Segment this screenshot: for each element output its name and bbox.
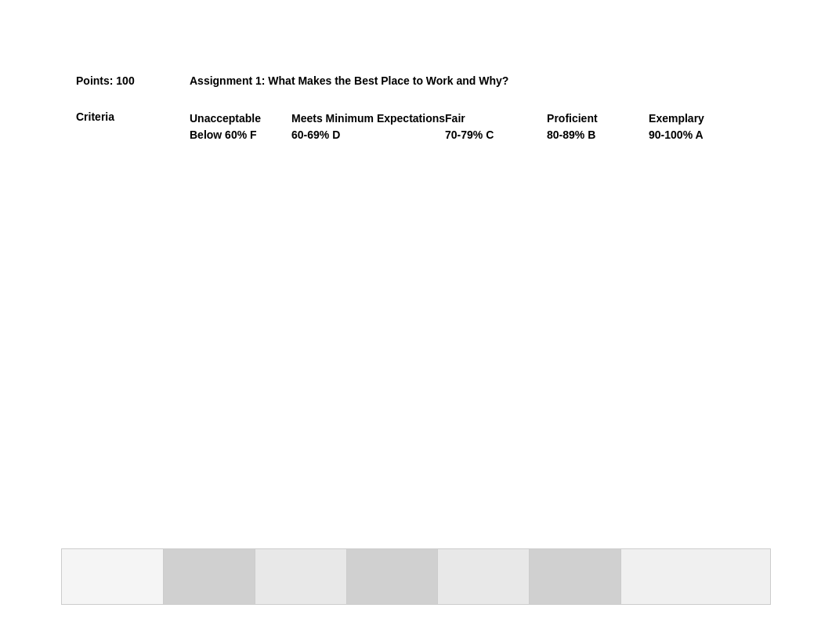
grade-subtitle-1: 60-69% D (291, 127, 445, 143)
grade-col-3: Proficient 80-89% B (547, 110, 649, 143)
points-label: Points: 100 (76, 74, 190, 87)
assignment-title: Assignment 1: What Makes the Best Place … (190, 74, 756, 87)
criteria-label: Criteria (76, 110, 190, 123)
bottom-bar-section-5 (530, 549, 621, 604)
grade-subtitle-2: 70-79% C (445, 127, 547, 143)
bottom-bar (61, 548, 771, 605)
grade-subtitle-0: Below 60% F (190, 127, 291, 143)
grade-col-4: Exemplary 90-100% A (649, 110, 751, 143)
grade-title-2: Fair (445, 110, 547, 127)
grade-title-1: Meets Minimum Expectations (291, 110, 445, 127)
grade-subtitle-3: 80-89% B (547, 127, 649, 143)
bottom-bar-section-4 (438, 549, 530, 604)
bottom-bar-section-1 (164, 549, 255, 604)
grade-col-2: Fair 70-79% C (445, 110, 547, 143)
grade-title-3: Proficient (547, 110, 649, 127)
main-content: Points: 100 Assignment 1: What Makes the… (0, 0, 832, 143)
bottom-bar-right (621, 549, 770, 604)
grade-title-0: Unacceptable (190, 110, 291, 127)
grade-col-0: Unacceptable Below 60% F (190, 110, 291, 143)
grade-col-1: Meets Minimum Expectations 60-69% D (291, 110, 445, 143)
header-row: Points: 100 Assignment 1: What Makes the… (76, 74, 756, 87)
bottom-bar-section-2 (255, 549, 347, 604)
criteria-row: Criteria Unacceptable Below 60% F Meets … (76, 110, 756, 143)
bottom-bar-section-3 (347, 549, 439, 604)
bottom-bar-left (62, 549, 164, 604)
grade-title-4: Exemplary (649, 110, 751, 127)
grade-subtitle-4: 90-100% A (649, 127, 751, 143)
